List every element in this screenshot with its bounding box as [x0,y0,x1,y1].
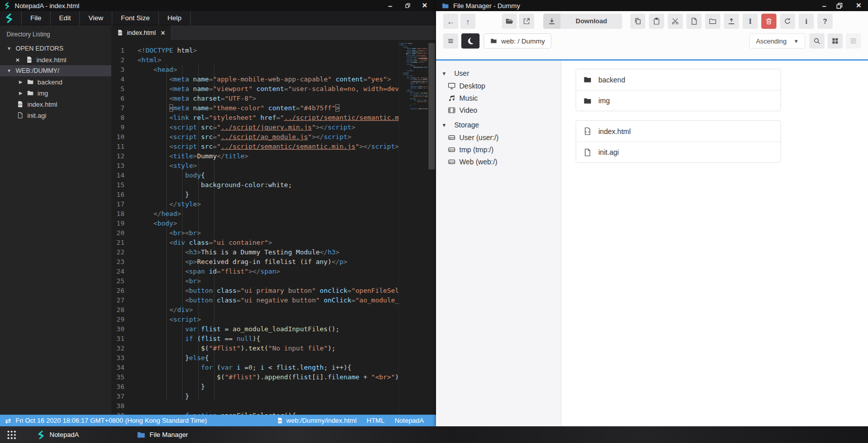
code-line[interactable]: 12 <title>Dummy</title> [111,151,399,161]
new-folder-button[interactable] [705,14,720,29]
restore-button[interactable] [836,1,847,10]
tree-folder-backend[interactable]: ▶backend [0,76,111,87]
code-line[interactable]: 2<html> [111,55,399,65]
code-line[interactable]: 4 <meta name="apple-mobile-web-app-capab… [111,74,399,84]
code-line[interactable]: 34 for (var i =0; i < flist.length; i++)… [111,363,399,372]
code-line[interactable]: 27 <button class="ui negative button" on… [111,295,399,305]
properties-button[interactable]: i [799,14,814,29]
code-line[interactable]: 20 <br><br> [111,228,399,238]
back-button[interactable]: ← [443,14,458,29]
code-line[interactable]: 11 <script src="../script/semantic/seman… [111,142,399,151]
taskbar-app-notepada[interactable]: NotepadA [33,426,82,443]
search-button[interactable] [809,33,824,49]
scrollbar-thumb[interactable] [428,43,435,169]
sort-dropdown[interactable]: Ascending ▼ [749,33,805,49]
taskbar-app-file-manager[interactable]: File Manager [134,426,191,443]
close-button[interactable]: × [853,1,864,10]
code-line[interactable]: 7 <meta name="theme-color" content="#4b7… [111,103,399,113]
code-line[interactable]: 19 <body> [111,218,399,228]
file-row-index.html[interactable]: index.html [576,121,780,142]
paste-button[interactable] [649,14,664,29]
code-line[interactable]: 38 [111,401,399,411]
code-line[interactable]: 39 function openFileSelector(){ [111,411,399,415]
copy-button[interactable] [630,14,645,29]
code-line[interactable]: 1<!DOCTYPE html> [111,46,399,55]
code-line[interactable]: 30 var flist = ao_module_loadInputFiles(… [111,324,399,334]
code-area[interactable]: 1<!DOCTYPE html>2<html>3 <head>4 <meta n… [111,40,399,415]
code-line[interactable]: 24 <span id="flist"></span> [111,267,399,276]
code-line[interactable]: 25 <br> [111,276,399,286]
code-line[interactable]: 9 <script src="../script/jquery.min.js">… [111,122,399,132]
code-line[interactable]: 33 }else{ [111,353,399,363]
tree-file-init.agi[interactable]: init.agi [0,110,111,121]
tree-section-web-dummy-[interactable]: ▼WEB:/DUMMY/ [0,65,111,76]
refresh-button[interactable] [780,14,795,29]
editor-scrollbar[interactable] [427,40,436,415]
code-line[interactable]: 17 </style> [111,199,399,209]
help-button[interactable]: ? [817,14,833,29]
open-in-new-window-button[interactable] [519,14,534,29]
delete-button[interactable] [761,14,776,29]
code-line[interactable]: 29 <script> [111,315,399,324]
close-button[interactable]: × [419,1,430,10]
code-line[interactable]: 16 } [111,190,399,199]
minimap[interactable]: <!DOCTYPE html><html> <head> <meta name=… [399,40,427,415]
sidebar-section-header-storage[interactable]: ▼Storage [436,118,561,131]
code-line[interactable]: 31 if (flist == null){ [111,334,399,343]
minimize-button[interactable]: – [819,1,830,10]
menu-help[interactable]: Help [159,11,191,25]
statusbar-language[interactable]: HTML [367,417,384,424]
tree-file-index.html[interactable]: index.html [0,99,111,110]
code-line[interactable]: 3 <head> [111,65,399,74]
code-line[interactable]: 21 <div class="ui container"> [111,238,399,247]
open-button[interactable] [502,14,517,29]
upload-button[interactable] [724,14,739,29]
code-line[interactable]: 6 <meta charset="UTF-8"> [111,94,399,103]
code-line[interactable]: 13 <style> [111,161,399,170]
menu-file[interactable]: File [21,11,51,25]
code-line[interactable]: 5 <meta name="viewport" content="user-sc… [111,84,399,94]
new-file-button[interactable] [686,14,702,29]
code-line[interactable]: 36 } [111,382,399,391]
app-launcher-icon[interactable] [6,429,17,440]
code-line[interactable]: 8 <link rel="stylesheet" href="../script… [111,113,399,122]
open-editor-index.html[interactable]: ×index.html [0,54,111,65]
sidebar-item-web-web[interactable]: Web (web:/) [436,156,561,168]
file-row-backend[interactable]: backend [576,69,780,90]
code-line[interactable]: 28 </div> [111,305,399,315]
menu-view[interactable]: View [80,11,112,25]
view-grid-button[interactable] [828,33,843,49]
code-line[interactable]: 35 $("#flist").append(flist[i].filename … [111,372,399,382]
download-button[interactable]: Download [543,14,622,29]
minimize-button[interactable]: – [385,1,396,10]
statusbar-filepath[interactable]: web:/Dummy/index.html [277,417,357,424]
tree-section-open-editors[interactable]: ▼OPEN EDITORS [0,43,111,54]
code-line[interactable]: 26 <button class="ui primary button" onc… [111,286,399,295]
rename-button[interactable]: I [743,14,758,29]
code-line[interactable]: 32 $("#flist").text("No input file"); [111,343,399,353]
code-line[interactable]: 15 background-color:white; [111,180,399,190]
code-line[interactable]: 22 <h3>This is a Dummy Testing Module</h… [111,247,399,257]
code-line[interactable]: 14 body{ [111,170,399,180]
menu-button[interactable] [443,33,458,49]
menu-font-size[interactable]: Font Size [112,11,159,25]
sidebar-section-header-user[interactable]: ▼User [436,67,561,80]
menu-edit[interactable]: Edit [51,11,80,25]
file-row-init.agi[interactable]: init.agi [576,142,780,162]
sidebar-item-desktop[interactable]: Desktop [436,80,561,92]
sidebar-item-music[interactable]: Music [436,92,561,104]
tab-close-icon[interactable]: × [161,29,165,37]
code-line[interactable]: 23 <p>Received drag-in filelist (if any)… [111,257,399,267]
dark-mode-toggle[interactable] [461,33,480,49]
code-editor[interactable]: 1<!DOCTYPE html>2<html>3 <head>4 <meta n… [111,40,436,415]
code-line[interactable]: 10 <script src="../script/ao_module.js">… [111,132,399,142]
sidebar-item-video[interactable]: Video [436,104,561,116]
tab-index-html[interactable]: index.html × [111,25,170,40]
close-editor-icon[interactable]: × [16,56,22,64]
sidebar-item-user-user[interactable]: User (user:/) [436,131,561,144]
restore-button[interactable] [402,1,413,10]
view-list-button[interactable] [846,33,861,49]
sidebar-item-tmp-tmp[interactable]: tmp (tmp:/) [436,144,561,156]
cut-button[interactable] [668,14,683,29]
code-line[interactable]: 37 } [111,391,399,401]
